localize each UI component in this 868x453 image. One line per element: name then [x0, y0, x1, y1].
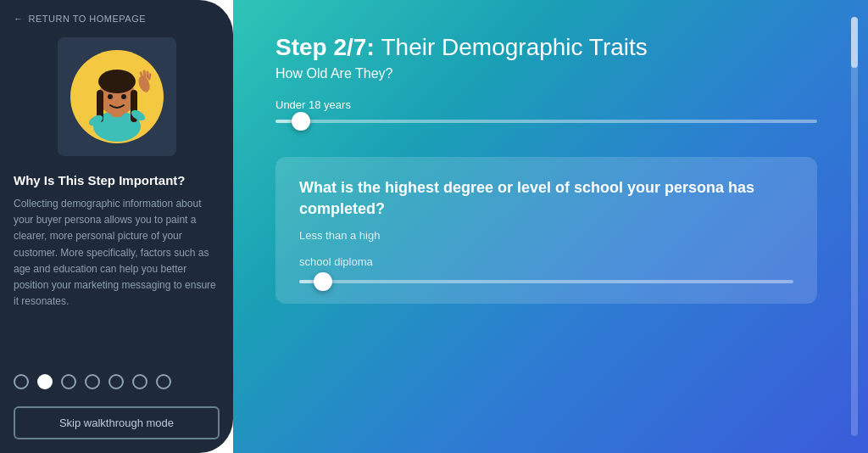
return-label: RETURN TO HOMEPAGE	[29, 14, 147, 24]
why-desc: Collecting demographic information about…	[14, 196, 220, 310]
education-slider-track[interactable]	[299, 280, 793, 283]
education-card: What is the highest degree or level of s…	[275, 157, 817, 304]
dot-4[interactable]	[85, 374, 100, 389]
age-slider-block: Under 18 years	[275, 98, 817, 123]
dot-6[interactable]	[132, 374, 147, 389]
dot-1[interactable]	[14, 374, 29, 389]
age-slider-fill	[275, 120, 292, 123]
sidebar: ← RETURN TO HOMEPAGE	[0, 0, 233, 453]
education-slider-thumb[interactable]	[314, 272, 332, 291]
skip-walkthrough-button[interactable]: Skip walkthrough mode	[14, 406, 220, 439]
return-link[interactable]: ← RETURN TO HOMEPAGE	[14, 14, 220, 24]
arrow-left-icon: ←	[14, 14, 24, 24]
step-number: Step 2/7:	[275, 34, 375, 60]
avatar-container	[58, 37, 176, 156]
avatar	[66, 46, 168, 148]
dot-3[interactable]	[61, 374, 76, 389]
age-question: How Old Are They?	[275, 66, 817, 81]
age-slider-track[interactable]	[275, 120, 817, 123]
svg-line-10	[141, 73, 142, 77]
step-title: Step 2/7: Their Demographic Traits	[275, 34, 817, 61]
svg-point-4	[98, 70, 136, 93]
svg-line-11	[144, 71, 145, 76]
svg-point-8	[121, 94, 126, 99]
age-slider-thumb[interactable]	[292, 112, 310, 131]
education-answer-line1: Less than a high	[299, 228, 793, 243]
scrollbar-track[interactable]	[851, 17, 858, 436]
why-title: Why Is This Step Important?	[14, 173, 220, 187]
svg-point-7	[108, 94, 113, 99]
scrollbar-thumb[interactable]	[851, 17, 858, 68]
education-question: What is the highest degree or level of s…	[299, 177, 793, 220]
progress-dots	[14, 374, 220, 389]
education-answer-line2: school diploma	[299, 254, 793, 270]
age-slider-label: Under 18 years	[275, 98, 817, 111]
svg-line-13	[149, 75, 150, 79]
step-description: Their Demographic Traits	[381, 34, 647, 60]
main-content: Step 2/7: Their Demographic Traits How O…	[233, 0, 868, 453]
dot-2[interactable]	[37, 374, 53, 389]
dot-7[interactable]	[156, 374, 171, 389]
education-slider-fill	[299, 280, 314, 283]
dot-5[interactable]	[108, 374, 124, 389]
